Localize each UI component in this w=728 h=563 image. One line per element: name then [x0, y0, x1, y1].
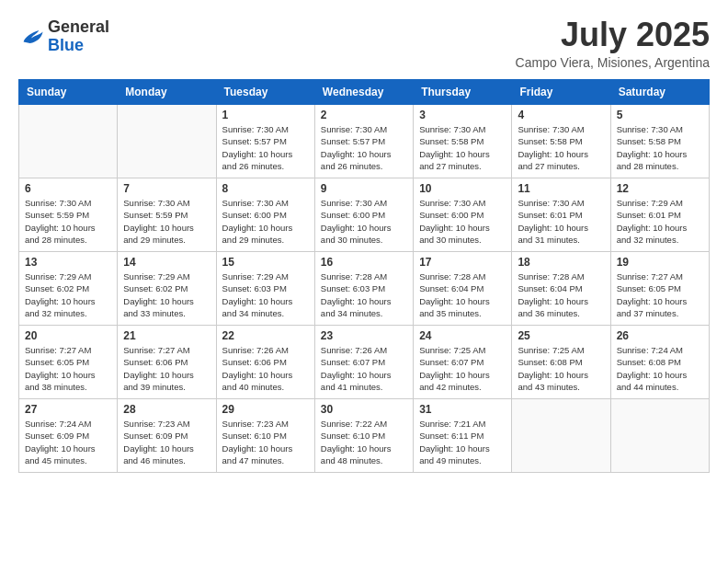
day-info: Sunrise: 7:30 AM Sunset: 5:57 PM Dayligh… — [321, 123, 407, 172]
day-number: 16 — [321, 256, 407, 269]
day-cell: 12Sunrise: 7:29 AM Sunset: 6:01 PM Dayli… — [610, 178, 709, 252]
day-number: 10 — [419, 182, 506, 195]
day-number: 24 — [419, 329, 506, 342]
day-cell: 9Sunrise: 7:30 AM Sunset: 6:00 PM Daylig… — [314, 178, 413, 252]
day-number: 26 — [617, 329, 703, 342]
day-cell: 23Sunrise: 7:26 AM Sunset: 6:07 PM Dayli… — [314, 326, 413, 399]
day-cell: 16Sunrise: 7:28 AM Sunset: 6:03 PM Dayli… — [314, 252, 413, 326]
day-number: 17 — [419, 256, 506, 269]
day-cell: 25Sunrise: 7:25 AM Sunset: 6:08 PM Dayli… — [512, 326, 610, 399]
header-monday: Monday — [118, 80, 216, 105]
calendar-table: Sunday Monday Tuesday Wednesday Thursday… — [18, 79, 710, 473]
day-number: 7 — [123, 182, 210, 195]
logo-general: General — [48, 17, 109, 36]
weekday-header-row: Sunday Monday Tuesday Wednesday Thursday… — [19, 80, 710, 105]
day-info: Sunrise: 7:30 AM Sunset: 5:57 PM Dayligh… — [222, 123, 309, 172]
day-info: Sunrise: 7:28 AM Sunset: 6:03 PM Dayligh… — [321, 270, 407, 319]
day-number: 18 — [518, 256, 604, 269]
day-info: Sunrise: 7:25 AM Sunset: 6:08 PM Dayligh… — [518, 344, 604, 393]
header-friday: Friday — [512, 80, 610, 105]
header-tuesday: Tuesday — [216, 80, 314, 105]
day-number: 28 — [123, 403, 210, 416]
day-info: Sunrise: 7:26 AM Sunset: 6:06 PM Dayligh… — [222, 344, 309, 393]
day-cell: 27Sunrise: 7:24 AM Sunset: 6:09 PM Dayli… — [19, 399, 118, 473]
day-cell: 21Sunrise: 7:27 AM Sunset: 6:06 PM Dayli… — [118, 326, 216, 399]
day-cell: 10Sunrise: 7:30 AM Sunset: 6:00 PM Dayli… — [414, 178, 512, 252]
day-info: Sunrise: 7:23 AM Sunset: 6:09 PM Dayligh… — [123, 418, 210, 466]
day-number: 19 — [617, 256, 703, 269]
header-sunday: Sunday — [19, 80, 118, 105]
day-info: Sunrise: 7:28 AM Sunset: 6:04 PM Dayligh… — [518, 270, 604, 319]
day-info: Sunrise: 7:27 AM Sunset: 6:05 PM Dayligh… — [617, 270, 703, 319]
week-row-5: 27Sunrise: 7:24 AM Sunset: 6:09 PM Dayli… — [19, 399, 710, 473]
day-number: 22 — [222, 329, 309, 342]
day-number: 29 — [222, 403, 309, 416]
day-info: Sunrise: 7:30 AM Sunset: 6:00 PM Dayligh… — [321, 197, 407, 246]
day-cell: 15Sunrise: 7:29 AM Sunset: 6:03 PM Dayli… — [216, 252, 314, 326]
title-area: July 2025 Campo Viera, Misiones, Argenti… — [516, 18, 710, 70]
header-wednesday: Wednesday — [314, 80, 413, 105]
day-cell: 11Sunrise: 7:30 AM Sunset: 6:01 PM Dayli… — [512, 178, 610, 252]
day-info: Sunrise: 7:28 AM Sunset: 6:04 PM Dayligh… — [419, 270, 506, 319]
day-number: 2 — [321, 109, 407, 121]
day-number: 8 — [222, 182, 309, 195]
day-info: Sunrise: 7:26 AM Sunset: 6:07 PM Dayligh… — [321, 344, 407, 393]
day-info: Sunrise: 7:30 AM Sunset: 5:59 PM Dayligh… — [25, 197, 111, 246]
location-subtitle: Campo Viera, Misiones, Argentina — [516, 55, 710, 70]
month-year-title: July 2025 — [516, 18, 710, 52]
day-info: Sunrise: 7:27 AM Sunset: 6:05 PM Dayligh… — [25, 344, 111, 393]
day-cell: 2Sunrise: 7:30 AM Sunset: 5:57 PM Daylig… — [314, 105, 413, 178]
day-info: Sunrise: 7:29 AM Sunset: 6:03 PM Dayligh… — [222, 270, 309, 319]
day-info: Sunrise: 7:29 AM Sunset: 6:02 PM Dayligh… — [25, 270, 111, 319]
week-row-2: 6Sunrise: 7:30 AM Sunset: 5:59 PM Daylig… — [19, 178, 710, 252]
page-header: General Blue July 2025 Campo Viera, Misi… — [18, 18, 710, 70]
day-number: 11 — [518, 182, 604, 195]
week-row-4: 20Sunrise: 7:27 AM Sunset: 6:05 PM Dayli… — [19, 326, 710, 399]
day-info: Sunrise: 7:29 AM Sunset: 6:02 PM Dayligh… — [123, 270, 210, 319]
day-number: 14 — [123, 256, 210, 269]
day-info: Sunrise: 7:21 AM Sunset: 6:11 PM Dayligh… — [419, 418, 506, 466]
day-number: 3 — [419, 109, 506, 121]
week-row-3: 13Sunrise: 7:29 AM Sunset: 6:02 PM Dayli… — [19, 252, 710, 326]
day-info: Sunrise: 7:24 AM Sunset: 6:09 PM Dayligh… — [25, 418, 111, 466]
logo: General Blue — [18, 18, 109, 55]
logo-icon — [18, 24, 44, 50]
day-number: 4 — [518, 109, 604, 121]
day-cell: 5Sunrise: 7:30 AM Sunset: 5:58 PM Daylig… — [610, 105, 709, 178]
day-info: Sunrise: 7:30 AM Sunset: 5:58 PM Dayligh… — [518, 123, 604, 172]
day-cell — [19, 105, 118, 178]
day-info: Sunrise: 7:24 AM Sunset: 6:08 PM Dayligh… — [617, 344, 703, 393]
day-number: 12 — [617, 182, 703, 195]
day-info: Sunrise: 7:30 AM Sunset: 6:00 PM Dayligh… — [419, 197, 506, 246]
day-number: 21 — [123, 329, 210, 342]
day-cell: 6Sunrise: 7:30 AM Sunset: 5:59 PM Daylig… — [19, 178, 118, 252]
day-number: 31 — [419, 403, 506, 416]
day-cell: 3Sunrise: 7:30 AM Sunset: 5:58 PM Daylig… — [414, 105, 512, 178]
day-cell: 31Sunrise: 7:21 AM Sunset: 6:11 PM Dayli… — [414, 399, 512, 473]
day-number: 23 — [321, 329, 407, 342]
day-cell: 19Sunrise: 7:27 AM Sunset: 6:05 PM Dayli… — [610, 252, 709, 326]
day-number: 15 — [222, 256, 309, 269]
day-info: Sunrise: 7:30 AM Sunset: 6:01 PM Dayligh… — [518, 197, 604, 246]
day-number: 1 — [222, 109, 309, 121]
day-info: Sunrise: 7:22 AM Sunset: 6:10 PM Dayligh… — [321, 418, 407, 466]
day-info: Sunrise: 7:29 AM Sunset: 6:01 PM Dayligh… — [617, 197, 703, 246]
day-info: Sunrise: 7:25 AM Sunset: 6:07 PM Dayligh… — [419, 344, 506, 393]
day-number: 25 — [518, 329, 604, 342]
day-number: 27 — [25, 403, 111, 416]
day-number: 13 — [25, 256, 111, 269]
day-number: 9 — [321, 182, 407, 195]
day-cell: 30Sunrise: 7:22 AM Sunset: 6:10 PM Dayli… — [314, 399, 413, 473]
day-cell: 4Sunrise: 7:30 AM Sunset: 5:58 PM Daylig… — [512, 105, 610, 178]
day-cell: 20Sunrise: 7:27 AM Sunset: 6:05 PM Dayli… — [19, 326, 118, 399]
day-cell — [512, 399, 610, 473]
day-info: Sunrise: 7:30 AM Sunset: 5:59 PM Dayligh… — [123, 197, 210, 246]
day-cell: 22Sunrise: 7:26 AM Sunset: 6:06 PM Dayli… — [216, 326, 314, 399]
day-number: 20 — [25, 329, 111, 342]
day-info: Sunrise: 7:30 AM Sunset: 5:58 PM Dayligh… — [419, 123, 506, 172]
day-cell: 29Sunrise: 7:23 AM Sunset: 6:10 PM Dayli… — [216, 399, 314, 473]
day-cell: 14Sunrise: 7:29 AM Sunset: 6:02 PM Dayli… — [118, 252, 216, 326]
header-saturday: Saturday — [610, 80, 709, 105]
logo-blue: Blue — [48, 36, 84, 54]
day-number: 30 — [321, 403, 407, 416]
